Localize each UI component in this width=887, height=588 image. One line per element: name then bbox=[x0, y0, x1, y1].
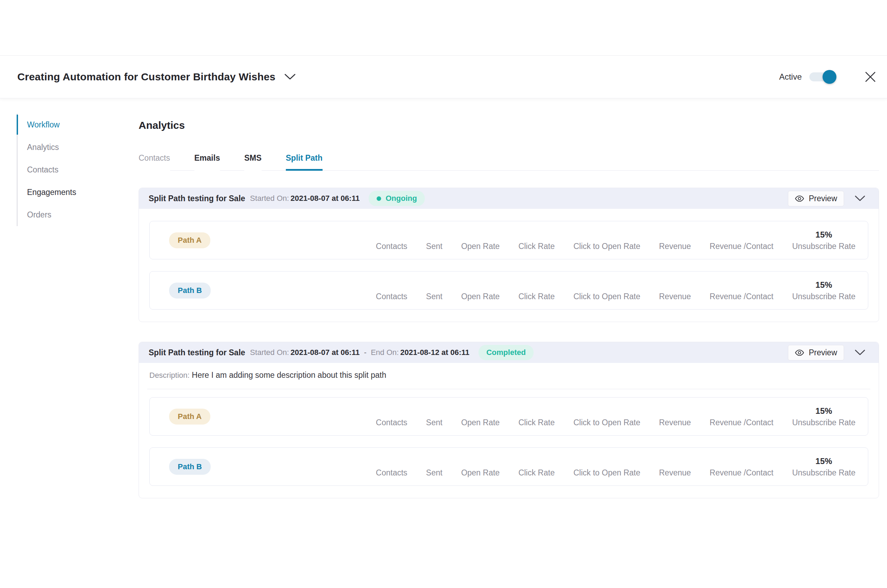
active-toggle[interactable] bbox=[809, 70, 836, 84]
stat-value bbox=[518, 406, 555, 418]
stat-value bbox=[426, 406, 442, 418]
stat-label: Click Rate bbox=[518, 418, 555, 428]
sidebar-item-workflow[interactable]: Workflow bbox=[18, 114, 138, 136]
started-on-label: Started On: bbox=[250, 348, 289, 357]
path-b-badge: Path B bbox=[169, 283, 210, 298]
stat-value bbox=[376, 280, 407, 292]
stat-value bbox=[518, 230, 555, 242]
path-row-b: Path B ContactsSentOpen RateClick RateCl… bbox=[149, 271, 868, 310]
eye-icon bbox=[795, 194, 804, 203]
stat-revenue: Revenue bbox=[659, 230, 691, 251]
stat-unsubscribe-rate: 15%Unsubscribe Rate bbox=[792, 456, 855, 477]
status-text: Ongoing bbox=[386, 194, 417, 203]
path-stats: ContactsSentOpen RateClick RateClick to … bbox=[376, 280, 855, 301]
stat-value bbox=[659, 456, 691, 468]
path-stats: ContactsSentOpen RateClick RateClick to … bbox=[376, 456, 855, 477]
stat-label: Click to Open Rate bbox=[573, 292, 640, 301]
stat-label: Click to Open Rate bbox=[573, 242, 640, 251]
chevron-down-icon bbox=[284, 73, 296, 81]
status-badge-completed: Completed bbox=[478, 345, 534, 360]
started-on: Started On: 2021-08-07 at 06:11 bbox=[250, 194, 360, 203]
close-button[interactable] bbox=[864, 70, 876, 83]
stat-value bbox=[376, 406, 407, 418]
stat-value bbox=[573, 280, 640, 292]
stat-sent: Sent bbox=[426, 456, 442, 477]
tab-emails[interactable]: Emails bbox=[194, 153, 220, 171]
stat-revenue-contact: Revenue /Contact bbox=[710, 230, 773, 251]
analytics-tabs: Contacts Emails SMS Split Path bbox=[138, 153, 879, 171]
card-description: Description: Here I am adding some descr… bbox=[147, 363, 870, 389]
sidebar-item-contacts[interactable]: Contacts bbox=[18, 159, 138, 181]
stat-revenue-contact: Revenue /Contact bbox=[710, 280, 773, 301]
chevron-down-icon bbox=[854, 350, 866, 356]
stat-label: Click to Open Rate bbox=[573, 418, 640, 428]
stat-contacts: Contacts bbox=[376, 280, 407, 301]
stat-label: Revenue /Contact bbox=[710, 292, 773, 301]
path-stats: ContactsSentOpen RateClick RateClick to … bbox=[376, 406, 855, 428]
stat-click-to-open-rate: Click to Open Rate bbox=[573, 456, 640, 477]
path-a-badge: Path A bbox=[169, 409, 210, 424]
stat-label: Sent bbox=[426, 418, 442, 428]
stat-click-rate: Click Rate bbox=[518, 230, 555, 251]
tab-split-path[interactable]: Split Path bbox=[286, 153, 323, 171]
stat-value bbox=[461, 280, 500, 292]
stat-value: 15% bbox=[792, 456, 855, 468]
stat-label: Open Rate bbox=[461, 292, 500, 301]
stat-label: Open Rate bbox=[461, 468, 500, 477]
tab-sms[interactable]: SMS bbox=[244, 153, 262, 171]
stat-value: 15% bbox=[792, 406, 855, 418]
stat-value bbox=[426, 230, 442, 242]
status-badge-ongoing: Ongoing bbox=[369, 191, 425, 206]
stat-contacts: Contacts bbox=[376, 230, 407, 251]
automation-modal: Creating Automation for Customer Birthda… bbox=[0, 56, 887, 588]
stat-label: Unsubscribe Rate bbox=[792, 242, 855, 251]
path-row-a: Path A ContactsSentOpen RateClick RateCl… bbox=[149, 221, 868, 260]
stat-label: Contacts bbox=[376, 242, 407, 251]
stat-value bbox=[426, 280, 442, 292]
preview-button-label: Preview bbox=[809, 194, 837, 203]
status-dot-icon bbox=[377, 196, 381, 201]
stat-value bbox=[461, 230, 500, 242]
stat-label: Revenue bbox=[659, 292, 691, 301]
stat-contacts: Contacts bbox=[376, 456, 407, 477]
card-collapse-button[interactable] bbox=[854, 195, 866, 201]
started-on: Started On: 2021-08-07 at 06:11 - End On… bbox=[250, 348, 469, 357]
stat-label: Click Rate bbox=[518, 242, 555, 251]
stat-click-rate: Click Rate bbox=[518, 456, 555, 477]
card-body: Path A ContactsSentOpen RateClick RateCl… bbox=[139, 209, 879, 322]
stat-label: Open Rate bbox=[461, 242, 500, 251]
card-collapse-button[interactable] bbox=[854, 350, 866, 356]
path-a-badge: Path A bbox=[169, 232, 210, 248]
title-dropdown-chevron[interactable] bbox=[284, 73, 296, 81]
modal-title: Creating Automation for Customer Birthda… bbox=[17, 71, 275, 83]
description-label: Description: bbox=[149, 371, 189, 380]
stat-label: Revenue bbox=[659, 418, 691, 428]
stat-label: Revenue /Contact bbox=[710, 242, 773, 251]
stat-revenue-contact: Revenue /Contact bbox=[710, 456, 773, 477]
stat-label: Sent bbox=[426, 242, 442, 251]
stat-value bbox=[461, 406, 500, 418]
sidebar-item-engagements[interactable]: Engagements bbox=[18, 181, 138, 204]
tab-contacts[interactable]: Contacts bbox=[138, 153, 170, 171]
sidebar-item-orders[interactable]: Orders bbox=[18, 204, 138, 226]
stat-label: Sent bbox=[426, 468, 442, 477]
stat-sent: Sent bbox=[426, 230, 442, 251]
stat-label: Sent bbox=[426, 292, 442, 301]
stat-open-rate: Open Rate bbox=[461, 406, 500, 428]
started-on-label: Started On: bbox=[250, 194, 289, 202]
stat-value bbox=[710, 456, 773, 468]
stat-label: Revenue bbox=[659, 242, 691, 251]
stat-label: Unsubscribe Rate bbox=[792, 418, 855, 428]
stat-value bbox=[659, 280, 691, 292]
stat-value bbox=[710, 230, 773, 242]
stat-value bbox=[573, 230, 640, 242]
end-on-value: 2021-08-12 at 06:11 bbox=[400, 348, 469, 357]
preview-button[interactable]: Preview bbox=[788, 191, 844, 206]
split-path-card-ongoing: Split Path testing for Sale Started On: … bbox=[138, 188, 879, 322]
main-panel: Analytics Contacts Emails SMS Split Path… bbox=[138, 98, 887, 519]
stat-open-rate: Open Rate bbox=[461, 280, 500, 301]
preview-button[interactable]: Preview bbox=[788, 345, 844, 360]
sidebar-item-analytics[interactable]: Analytics bbox=[18, 136, 138, 159]
stat-revenue: Revenue bbox=[659, 280, 691, 301]
card-title: Split Path testing for Sale bbox=[149, 194, 245, 203]
